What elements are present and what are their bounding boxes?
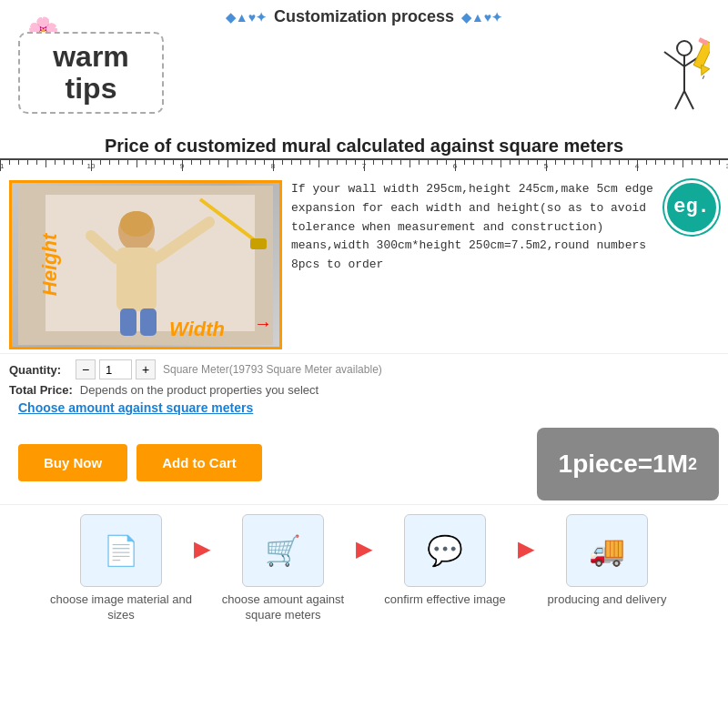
pencil-illustration bbox=[628, 32, 710, 132]
price-label: Total Price: bbox=[9, 383, 73, 397]
process-arrow-0: ▶ bbox=[194, 536, 210, 561]
process-step-1: 🛒choose amount against square meters bbox=[210, 514, 356, 623]
step-label-0: choose image material and sizes bbox=[48, 592, 194, 623]
svg-rect-13 bbox=[250, 238, 267, 249]
lower-left: Buy Now Add to Cart bbox=[9, 440, 537, 489]
piece-badge-text: 1piece=1M bbox=[559, 450, 688, 479]
step-icon-1: 🛒 bbox=[242, 514, 324, 587]
svg-line-8 bbox=[703, 76, 704, 79]
svg-rect-19 bbox=[120, 308, 136, 336]
svg-rect-6 bbox=[693, 40, 710, 68]
svg-point-0 bbox=[677, 41, 692, 56]
process-arrow-1: ▶ bbox=[356, 536, 372, 561]
step-label-1: choose amount against square meters bbox=[210, 592, 356, 623]
svg-line-4 bbox=[675, 91, 684, 109]
warm-tips-section: 🌸 warmtips bbox=[0, 32, 728, 132]
svg-rect-16 bbox=[116, 248, 157, 311]
process-section: 📄choose image material and sizes▶🛒choose… bbox=[0, 504, 728, 623]
price-value: Depends on the product properties you se… bbox=[80, 383, 318, 397]
header-deco-left: ◆▲♥✦ bbox=[226, 10, 267, 25]
button-row: Buy Now Add to Cart bbox=[9, 440, 537, 489]
step-icon-0: 📄 bbox=[80, 514, 162, 587]
process-step-2: 💬confirm effective image bbox=[372, 514, 518, 608]
add-to-cart-button[interactable]: Add to Cart bbox=[136, 444, 262, 481]
arrow-decoration: → bbox=[254, 313, 272, 334]
pencil-person-svg bbox=[628, 32, 710, 132]
step-label-2: confirm effective image bbox=[384, 592, 505, 608]
process-step-0: 📄choose image material and sizes bbox=[48, 514, 194, 623]
svg-line-5 bbox=[684, 91, 693, 109]
process-arrow-2: ▶ bbox=[518, 536, 534, 561]
quantity-increase-button[interactable]: + bbox=[136, 359, 156, 379]
warm-tips-box: warmtips bbox=[18, 32, 164, 114]
description-text: If your wall width 295cm,height 245cm,ma… bbox=[291, 180, 719, 275]
quantity-unit: Square Meter(19793 Square Meter availabl… bbox=[163, 363, 382, 376]
main-title: Price of customized mural calculated aga… bbox=[0, 136, 728, 157]
svg-rect-20 bbox=[140, 308, 157, 336]
warm-tips-text: warmtips bbox=[36, 41, 146, 105]
quantity-row: Quantity: − + Square Meter(19793 Square … bbox=[9, 359, 719, 379]
step-icon-2: 💬 bbox=[404, 514, 486, 587]
quantity-section: Quantity: − + Square Meter(19793 Square … bbox=[0, 353, 728, 428]
ruler: // Will be rendered via JS below 1110987… bbox=[0, 158, 728, 175]
quantity-controls: − + bbox=[76, 359, 156, 379]
quantity-decrease-button[interactable]: − bbox=[76, 359, 96, 379]
description-box: eg. If your wall width 295cm,height 245c… bbox=[291, 180, 719, 349]
lower-row: Buy Now Add to Cart 1piece=1M2 bbox=[0, 428, 728, 500]
price-row: Total Price: Depends on the product prop… bbox=[9, 383, 719, 397]
main-content-area: Height Width → eg. If your wall width 29… bbox=[0, 177, 728, 353]
svg-point-15 bbox=[120, 211, 153, 237]
height-label: Height bbox=[38, 234, 62, 296]
width-label: Width bbox=[169, 318, 225, 341]
quantity-input[interactable] bbox=[99, 359, 132, 379]
process-step-3: 🚚producing and delivery bbox=[534, 514, 680, 608]
product-image-box: Height Width → bbox=[9, 180, 282, 349]
page-header: ◆▲♥✦ Customization process ◆▲♥✦ bbox=[0, 0, 728, 30]
eg-badge: eg. bbox=[664, 180, 719, 235]
step-icon-3: 🚚 bbox=[566, 514, 648, 587]
piece-badge-sup: 2 bbox=[688, 455, 697, 474]
header-title: Customization process bbox=[274, 7, 454, 26]
buy-now-button[interactable]: Buy Now bbox=[18, 444, 127, 481]
choose-text: Choose amount against square meters bbox=[9, 400, 719, 415]
step-label-3: producing and delivery bbox=[548, 592, 667, 608]
piece-badge: 1piece=1M2 bbox=[537, 428, 719, 500]
quantity-label: Quantity: bbox=[9, 363, 68, 377]
header-deco-right: ◆▲♥✦ bbox=[461, 10, 502, 25]
